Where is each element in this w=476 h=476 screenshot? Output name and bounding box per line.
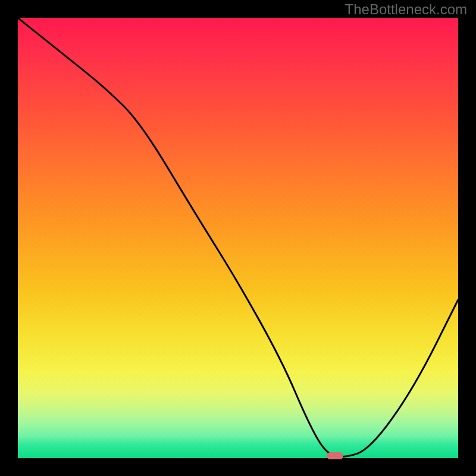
optimal-marker bbox=[327, 452, 343, 459]
bottleneck-curve-svg bbox=[18, 18, 458, 458]
watermark-text: TheBottleneck.com bbox=[345, 1, 467, 18]
bottleneck-curve-path bbox=[18, 18, 458, 457]
chart-plot-area bbox=[18, 18, 458, 458]
